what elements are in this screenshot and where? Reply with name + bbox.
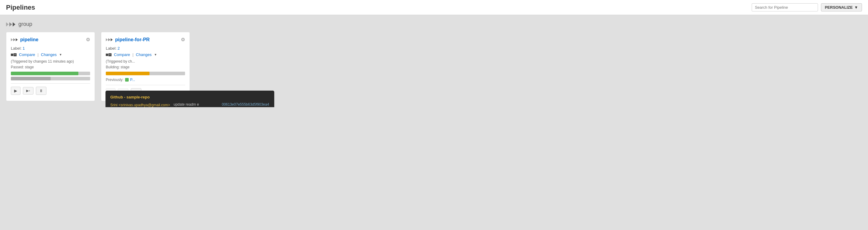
group-pipeline-icon: [6, 22, 16, 27]
pipeline-2-progress: [106, 72, 185, 75]
header-right: PERSONALIZE ▼: [752, 3, 862, 11]
search-input[interactable]: [752, 3, 818, 11]
pipeline-2-bar-1: [106, 72, 185, 75]
pipeline-1-gear-icon[interactable]: ⚙: [86, 37, 90, 42]
tooltip-hash: 00613e07e555b63d5f903ea4e32c08f14121fa4f…: [222, 102, 270, 107]
pipeline-2-label-link[interactable]: 2: [118, 46, 120, 51]
pipeline-1-name-link[interactable]: pipeline: [20, 37, 38, 42]
pipeline-1-divider: [11, 84, 90, 84]
pipeline-1-changes-link[interactable]: Changes: [41, 53, 57, 57]
pipeline-2-label: Label: 2: [106, 46, 185, 51]
main-content: group pipeline ⚙ Label: 1: [0, 15, 868, 107]
pipeline-1-controls: ▶ ▶+ ⏸: [11, 87, 90, 95]
pipeline-2-actions: + Compare | Changes ▼: [106, 53, 185, 57]
pipeline-1-changes-dropdown[interactable]: ▼: [59, 53, 62, 56]
pipeline-1-compare-link[interactable]: Compare: [19, 53, 35, 57]
pipeline-cards-container: pipeline ⚙ Label: 1 + Compare | Changes …: [6, 32, 862, 101]
compare-icon-2: +: [106, 53, 112, 56]
pipeline-1-play-btn[interactable]: ▶: [11, 87, 21, 95]
pipeline-2-previously-link[interactable]: P...: [130, 78, 135, 82]
group-header: group: [6, 21, 862, 27]
pipeline-1-trigger-info: (Triggered by changes 11 minutes ago): [11, 59, 90, 64]
pipeline-2-compare-link[interactable]: Compare: [114, 53, 130, 57]
pipeline-1-play-plus-btn[interactable]: ▶+: [23, 87, 33, 95]
pipeline-2-name-link[interactable]: pipeline-for-PR: [115, 37, 150, 42]
pipeline-2-changes-dropdown[interactable]: ▼: [154, 53, 157, 56]
card-1-pipeline-icon: [11, 38, 18, 41]
pipeline-1-label: Label: 1: [11, 46, 90, 51]
tooltip-row: Srini <srinivas.upadhya@gmail.com> 2015-…: [110, 102, 270, 107]
card-1-header: pipeline ⚙: [11, 37, 90, 42]
pipeline-1-progress: [11, 72, 90, 80]
pipeline-2-fill-1: [106, 72, 150, 75]
pipeline-2-previously: Previously: P...: [106, 78, 185, 82]
header: Pipelines PERSONALIZE ▼: [0, 0, 868, 15]
compare-icon-1: +: [11, 53, 17, 56]
personalize-dropdown-icon: ▼: [854, 5, 858, 10]
pipeline-2-divider: [106, 85, 185, 85]
tooltip-message: update readm e: [174, 102, 219, 106]
tooltip-hash-link[interactable]: vs m: [254, 106, 261, 107]
pipeline-1-label-link[interactable]: 1: [23, 46, 25, 51]
pipeline-1-pause-btn[interactable]: ⏸: [36, 87, 46, 95]
pipeline-2-previously-label: Previously:: [106, 78, 124, 82]
card-1-title-row: pipeline: [11, 37, 38, 42]
changes-tooltip: Github - sample-repo Srini <srinivas.upa…: [105, 91, 274, 107]
page-title: Pipelines: [6, 4, 35, 11]
pipeline-2-status: Building: stage: [106, 65, 185, 69]
pipeline-1-fill-2: [11, 77, 51, 80]
pipeline-1-bar-2: [11, 77, 90, 80]
pipeline-1-bar-1: [11, 72, 90, 75]
pipeline-2-trigger-info: (Triggered by ch...: [106, 59, 185, 64]
pipeline-1-fill-1: [11, 72, 79, 75]
pipeline-2-gear-icon[interactable]: ⚙: [181, 37, 185, 42]
pipeline-2-changes-link[interactable]: Changes: [136, 53, 152, 57]
pipeline-1-actions: + Compare | Changes ▼: [11, 53, 90, 57]
group-name: group: [19, 21, 32, 27]
card-2-title-row: pipeline-for-PR: [106, 37, 150, 42]
card-2-pipeline-icon: [106, 38, 113, 41]
pipeline-2-prev-dot: [125, 78, 129, 81]
personalize-button[interactable]: PERSONALIZE ▼: [821, 3, 862, 11]
card-2-header: pipeline-for-PR ⚙: [106, 37, 185, 42]
tooltip-title: Github - sample-repo: [110, 95, 270, 99]
pipeline-1-status: Passed: stage: [11, 65, 90, 69]
personalize-label: PERSONALIZE: [825, 5, 852, 10]
pipeline-card-1: pipeline ⚙ Label: 1 + Compare | Changes …: [6, 32, 95, 101]
tooltip-author: Srini <srinivas.upadhya@gmail.com> 2015-…: [110, 102, 170, 107]
